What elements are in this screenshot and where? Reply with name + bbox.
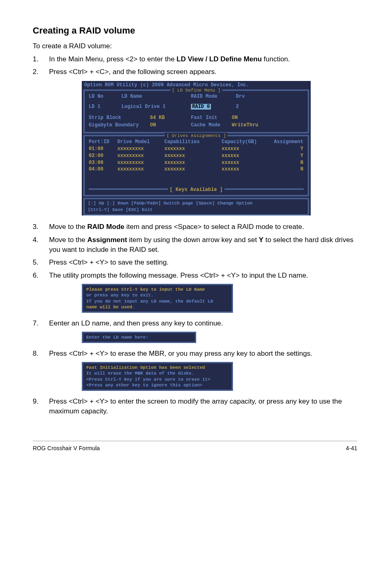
step-number: 3. — [33, 222, 49, 232]
assignment-header: Assignment — [271, 139, 303, 146]
step-text: Press <Ctrl> + <Y> to save the setting. — [49, 258, 357, 267]
strip-block-value: 64 KB — [150, 114, 191, 121]
strip-block-label: Strip Block — [89, 114, 150, 121]
frame-label: [ LD Define Menu ] — [170, 88, 222, 94]
step-text: The utility prompts the following messag… — [49, 271, 357, 281]
bios-screenshot: Option ROM Utility (c) 2009 Advanced Mic… — [82, 81, 311, 215]
step-number: 8. — [33, 349, 49, 359]
step-text: Eenter an LD name, and then press any ke… — [49, 319, 357, 328]
drv-value: 2 — [236, 103, 304, 110]
gigabyte-boundary-value: ON — [150, 122, 191, 129]
cache-mode-label: Cache Mode — [191, 122, 232, 129]
step-5: 5. Press <Ctrl> + <Y> to save the settin… — [33, 258, 357, 267]
step-8: 8. Press <Ctrl> + <Y> to erase the MBR, … — [33, 349, 357, 359]
keys-footer: [↑] Up [↓] Down [PaUp/PaDn] Switch page … — [83, 198, 309, 215]
step-number: 2. — [33, 67, 49, 77]
ld-name-header: LD Name — [121, 93, 191, 100]
step-text: Press <Ctrl> + <Y> to enter the screen t… — [49, 397, 357, 416]
step-number: 1. — [33, 54, 49, 64]
ld-no-value: LD 1 — [89, 103, 121, 110]
enter-ld-name-box: Enter the LD name here: — [82, 332, 196, 343]
ld-no-header: LD No — [89, 93, 121, 100]
step-text: Press <Ctrl> + <Y> to erase the MBR, or … — [49, 349, 357, 359]
step-number: 9. — [33, 397, 49, 416]
drive-row: 01:00 xxxxxxxxx xxxxxxx xxxxxx Y — [89, 146, 304, 153]
page-footer: ROG Crosshair V Formula 4-41 — [33, 441, 357, 453]
step-2: 2. Press <Ctrl> + <C>, and the following… — [33, 67, 357, 77]
step-text: Move to the RAID Mode item and press <Sp… — [49, 222, 357, 232]
drive-row: 04:00 xxxxxxxxx xxxxxxx xxxxxx N — [89, 166, 304, 173]
step-text: Move to the Assignment item by using the… — [49, 235, 357, 255]
page-title: Creating a RAID volume — [33, 25, 357, 37]
drive-model-header: Drive Model — [117, 139, 164, 146]
step-1: 1. In the Main Menu, press <2> to enter … — [33, 54, 357, 64]
drives-assignments-frame: [ Drives Assignments ] Port:ID Drive Mod… — [83, 135, 309, 196]
keys-available-label: [ Keys Available ] — [168, 186, 224, 193]
step-9: 9. Press <Ctrl> + <Y> to enter the scree… — [33, 397, 357, 416]
ld-define-frame: [ LD Define Menu ] LD No LD Name RAID Mo… — [83, 90, 309, 133]
step-4: 4. Move to the Assignment item by using … — [33, 235, 357, 255]
cache-mode-value: WriteThru — [232, 122, 258, 129]
capacity-header: Capacity(GB) — [222, 139, 271, 146]
drive-row: 03:00 xxxxxxxxx xxxxxxx xxxxxx N — [89, 159, 304, 166]
intro-text: To create a RAID volume: — [33, 41, 357, 51]
drive-row: 02:00 xxxxxxxxx xxxxxxx xxxxxx Y — [89, 153, 304, 159]
ld-name-prompt: Please press Ctrl-Y key to input the LD … — [82, 284, 233, 313]
capabilities-header: Capabilities — [164, 139, 222, 146]
step-text: Press <Ctrl> + <C>, and the following sc… — [49, 67, 357, 77]
step-number: 5. — [33, 258, 49, 267]
footer-right: 4-41 — [346, 444, 357, 453]
step-number: 6. — [33, 271, 49, 281]
raid-mode-header: RAID Mode — [191, 93, 236, 100]
fast-init-label: Fast Init — [191, 114, 232, 121]
raid-mode-value[interactable]: RAID 0 — [191, 104, 211, 110]
fast-init-prompt: Fast Initialization Option has been sele… — [82, 362, 233, 391]
step-7: 7. Eenter an LD name, and then press any… — [33, 319, 357, 328]
step-3: 3. Move to the RAID Mode item and press … — [33, 222, 357, 232]
gigabyte-boundary-label: Gigabyte Boundary — [89, 122, 150, 129]
fast-init-value: ON — [232, 114, 238, 121]
port-id-header: Port:ID — [89, 139, 117, 146]
step-number: 7. — [33, 319, 49, 328]
frame-label: [ Drives Assignments ] — [165, 133, 227, 139]
ld-name-value: Logical Drive 1 — [121, 103, 191, 110]
step-number: 4. — [33, 235, 49, 255]
step-6: 6. The utility prompts the following mes… — [33, 271, 357, 281]
step-text: In the Main Menu, press <2> to enter the… — [49, 54, 357, 64]
footer-left: ROG Crosshair V Formula — [33, 444, 100, 453]
drv-header: Drv — [236, 93, 304, 100]
